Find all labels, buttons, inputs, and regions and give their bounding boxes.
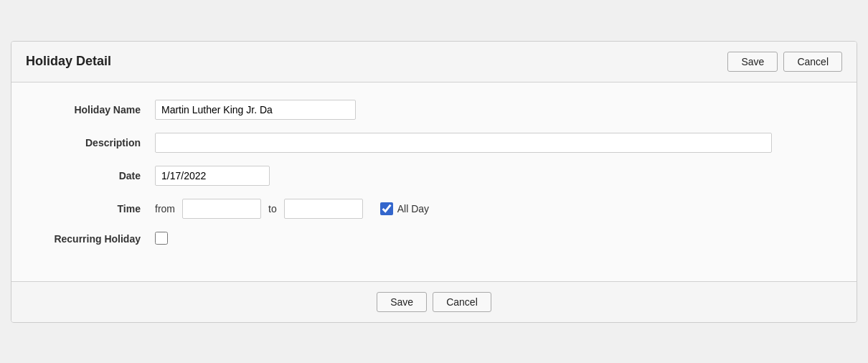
time-from-label: from bbox=[155, 203, 175, 214]
time-to-label: to bbox=[268, 203, 277, 214]
recurring-label: Recurring Holiday bbox=[40, 233, 155, 245]
date-input[interactable] bbox=[155, 166, 270, 186]
date-label: Date bbox=[40, 170, 155, 182]
all-day-label[interactable]: All Day bbox=[397, 203, 429, 214]
time-inputs: from to All Day bbox=[155, 199, 828, 219]
footer-save-button[interactable]: Save bbox=[377, 292, 427, 312]
recurring-checkbox[interactable] bbox=[155, 232, 168, 245]
dialog-header: Holiday Detail Save Cancel bbox=[11, 42, 857, 82]
header-buttons: Save Cancel bbox=[727, 52, 842, 72]
description-label: Description bbox=[40, 137, 155, 148]
all-day-checkbox[interactable] bbox=[380, 202, 393, 215]
dialog-title: Holiday Detail bbox=[26, 54, 111, 69]
all-day-container: All Day bbox=[380, 202, 429, 215]
time-to-input[interactable] bbox=[284, 199, 363, 219]
header-cancel-button[interactable]: Cancel bbox=[783, 52, 842, 72]
holiday-name-input[interactable] bbox=[155, 100, 356, 120]
holiday-detail-dialog: Holiday Detail Save Cancel Holiday Name … bbox=[11, 41, 857, 323]
header-save-button[interactable]: Save bbox=[727, 52, 778, 72]
holiday-name-control bbox=[155, 100, 828, 120]
footer-cancel-button[interactable]: Cancel bbox=[433, 292, 491, 312]
time-from-input[interactable] bbox=[182, 199, 261, 219]
description-row: Description bbox=[40, 133, 828, 153]
recurring-control bbox=[155, 232, 828, 247]
time-control: from to All Day bbox=[155, 199, 828, 219]
recurring-row: Recurring Holiday bbox=[40, 232, 828, 247]
time-label: Time bbox=[40, 203, 155, 214]
time-row: Time from to All Day bbox=[40, 199, 828, 219]
dialog-body: Holiday Name Description Date Time from bbox=[11, 82, 857, 281]
description-input[interactable] bbox=[155, 133, 772, 153]
date-row: Date bbox=[40, 166, 828, 186]
dialog-footer: Save Cancel bbox=[11, 281, 857, 322]
holiday-name-row: Holiday Name bbox=[40, 100, 828, 120]
description-control bbox=[155, 133, 828, 153]
holiday-name-label: Holiday Name bbox=[40, 104, 155, 116]
date-control bbox=[155, 166, 828, 186]
